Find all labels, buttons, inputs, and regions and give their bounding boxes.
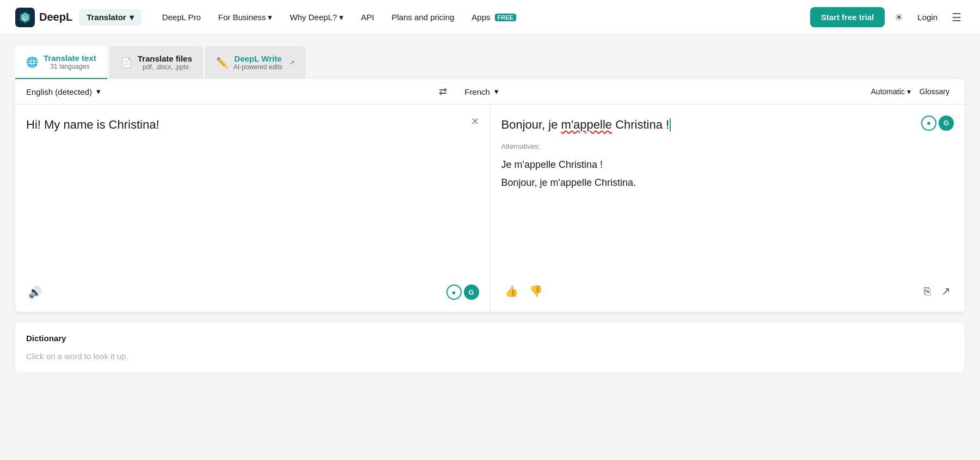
swap-languages-button[interactable]: ⇄ bbox=[432, 81, 454, 102]
theme-toggle-button[interactable]: ☀ bbox=[891, 8, 906, 27]
external-link-icon: ↗ bbox=[289, 59, 295, 66]
speaker-icon: 🔊 bbox=[28, 286, 42, 298]
navbar-links: DeepL Pro For Business ▾ Why DeepL? ▾ AP… bbox=[155, 8, 810, 27]
chevron-down-icon: ▾ bbox=[130, 13, 134, 22]
globe-icon: 🌐 bbox=[26, 56, 38, 68]
alternatives-section: Alternatives: Je m'appelle Christina ! B… bbox=[501, 142, 954, 192]
file-icon: 📄 bbox=[120, 57, 132, 69]
start-trial-button[interactable]: Start free trial bbox=[810, 7, 885, 27]
navbar-actions: Start free trial ☀ Login ☰ bbox=[810, 7, 965, 27]
grammarly-dot-icon-target[interactable]: ● bbox=[921, 116, 936, 131]
write-icon: ✏️ bbox=[216, 57, 228, 69]
dictionary-title: Dictionary bbox=[26, 334, 954, 343]
dictionary-placeholder-text: Click on a word to look it up. bbox=[26, 352, 954, 361]
thumbs-down-button[interactable]: 👎 bbox=[526, 281, 546, 301]
translator-header: English (detected) ▾ ⇄ French ▾ Automati… bbox=[15, 79, 965, 105]
hamburger-menu-button[interactable]: ☰ bbox=[948, 8, 965, 27]
chevron-down-icon: ▾ bbox=[494, 87, 499, 96]
target-language-selector[interactable]: French ▾ bbox=[454, 79, 871, 104]
grammarly-g-icon[interactable]: G bbox=[464, 285, 479, 300]
grammarly-target-icons: ● G bbox=[921, 116, 954, 131]
nav-api[interactable]: API bbox=[353, 8, 382, 26]
alternative-2[interactable]: Bonjour, je m'appelle Christina. bbox=[501, 174, 954, 192]
navbar: D DeepL Translator ▾ DeepL Pro For Busin… bbox=[0, 0, 980, 35]
source-text-display: Hi! My name is Christina! bbox=[26, 116, 479, 279]
translation-before-wavy: Bonjour, je bbox=[501, 118, 561, 131]
dictionary-section: Dictionary Click on a word to look it up… bbox=[15, 323, 965, 372]
nav-plans-pricing[interactable]: Plans and pricing bbox=[384, 8, 462, 26]
tab-deepl-write[interactable]: ✏️ DeepL Write AI-powered edits ↗ bbox=[205, 46, 305, 79]
share-icon: ↗ bbox=[941, 285, 951, 297]
tab-files-content: Translate files .pdf, .docx, .pptx bbox=[138, 54, 192, 71]
nav-apps[interactable]: Apps FREE bbox=[464, 8, 524, 26]
alternatives-label: Alternatives: bbox=[501, 142, 954, 150]
deepl-logo-icon: D bbox=[15, 8, 35, 27]
source-language-selector[interactable]: English (detected) ▾ bbox=[15, 79, 432, 104]
svg-text:D: D bbox=[23, 15, 27, 20]
translator-dropdown-button[interactable]: Translator ▾ bbox=[79, 9, 142, 26]
logo-text: DeepL bbox=[39, 11, 72, 23]
nav-why-deepl[interactable]: Why DeepL? ▾ bbox=[282, 8, 351, 27]
nav-deepl-pro[interactable]: DeepL Pro bbox=[155, 8, 209, 26]
logo-link[interactable]: D DeepL bbox=[15, 8, 72, 27]
grammarly-g-icon-target[interactable]: G bbox=[939, 116, 954, 131]
chevron-down-icon: ▾ bbox=[268, 13, 272, 22]
tab-write-content: DeepL Write AI-powered edits bbox=[234, 54, 283, 71]
source-panel: Hi! My name is Christina! ✕ 🔊 ● G bbox=[15, 105, 491, 312]
text-cursor bbox=[670, 118, 671, 131]
grammarly-source-icons: ● G bbox=[446, 285, 479, 300]
glossary-button[interactable]: Glossary bbox=[915, 85, 954, 98]
translation-main-text: Bonjour, je m'appelle Christina ! bbox=[501, 116, 914, 134]
text-to-speech-button[interactable]: 🔊 bbox=[26, 283, 44, 301]
target-panel: Bonjour, je m'appelle Christina ! ● G Al… bbox=[491, 105, 965, 312]
hamburger-icon: ☰ bbox=[952, 11, 961, 23]
grammarly-dot-icon[interactable]: ● bbox=[446, 285, 462, 300]
chevron-down-icon: ▾ bbox=[96, 87, 101, 96]
close-icon: ✕ bbox=[471, 116, 479, 127]
swap-icon: ⇄ bbox=[439, 86, 447, 97]
source-lang-label: English (detected) bbox=[26, 87, 92, 96]
target-lang-label: French bbox=[464, 87, 490, 96]
translation-text: Bonjour, je m'appelle Christina ! ● G bbox=[501, 116, 954, 134]
thumbs-up-button[interactable]: 👍 bbox=[501, 281, 522, 301]
chevron-down-icon: ▾ bbox=[339, 13, 344, 22]
thumbs-up-icon: 👍 bbox=[505, 285, 518, 297]
tab-translate-text[interactable]: 🌐 Translate text 31 languages bbox=[15, 46, 107, 79]
automatic-selector[interactable]: Automatic ▾ bbox=[871, 87, 911, 96]
copy-translation-button[interactable]: ⎘ bbox=[921, 281, 934, 301]
translator-panels: Hi! My name is Christina! ✕ 🔊 ● G Bonjou… bbox=[15, 105, 965, 312]
alternative-1[interactable]: Je m'appelle Christina ! bbox=[501, 156, 954, 174]
tab-translate-files[interactable]: 📄 Translate files .pdf, .docx, .pptx bbox=[109, 46, 203, 79]
tabs-bar: 🌐 Translate text 31 languages 📄 Translat… bbox=[0, 35, 980, 79]
nav-for-business[interactable]: For Business ▾ bbox=[211, 8, 280, 27]
target-tools-right: ⎘ ↗ bbox=[921, 281, 954, 301]
chevron-down-icon: ▾ bbox=[907, 87, 911, 96]
clear-source-button[interactable]: ✕ bbox=[469, 113, 481, 130]
translation-after-wavy: Christina ! bbox=[612, 118, 669, 131]
apps-free-badge: FREE bbox=[495, 14, 516, 21]
login-button[interactable]: Login bbox=[913, 9, 942, 25]
tab-text-content: Translate text 31 languages bbox=[44, 53, 96, 70]
sun-icon: ☀ bbox=[895, 12, 903, 23]
translator-container: English (detected) ▾ ⇄ French ▾ Automati… bbox=[15, 79, 965, 312]
copy-icon: ⎘ bbox=[924, 285, 930, 297]
thumbs-down-icon: 👎 bbox=[529, 285, 543, 297]
share-translation-button[interactable]: ↗ bbox=[938, 281, 954, 301]
target-tools-left: 👍 👎 bbox=[501, 281, 546, 301]
source-tools: 🔊 ● G bbox=[26, 283, 479, 301]
right-lang-options: Automatic ▾ Glossary bbox=[871, 85, 965, 98]
translation-wavy-word: m'appelle bbox=[561, 118, 612, 131]
target-tools: 👍 👎 ⎘ ↗ bbox=[501, 275, 954, 301]
